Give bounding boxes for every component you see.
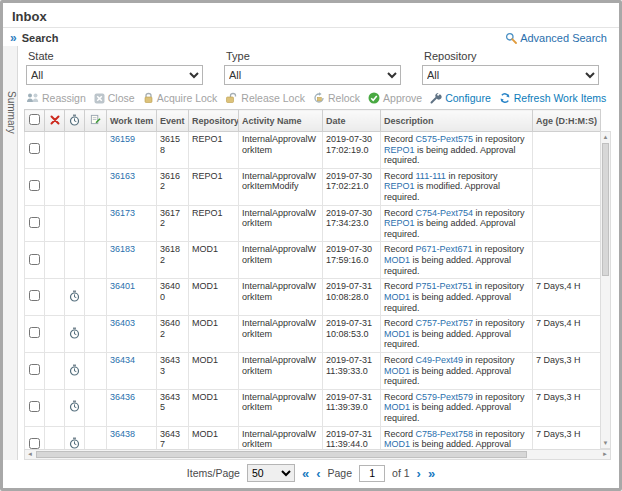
last-page-button[interactable]: » [428, 467, 435, 480]
row-checkbox[interactable] [29, 290, 40, 301]
repository-link[interactable]: MOD1 [384, 292, 410, 302]
edit-column-header [85, 110, 107, 132]
refresh-work-items-button[interactable]: Refresh Work Items [499, 92, 607, 104]
col-activity-name[interactable]: Activity Name [239, 110, 323, 132]
record-link[interactable]: C754-Pext754 [416, 208, 474, 218]
repository-link[interactable]: MOD1 [384, 402, 410, 412]
repository-link[interactable]: REPO1 [384, 218, 415, 228]
horizontal-scroll-thumb[interactable] [36, 451, 527, 458]
acquire-lock-button[interactable]: Acquire Lock [143, 92, 218, 104]
toolbar: Reassign Close Acquire Lock Release Lock… [26, 92, 612, 104]
approve-icon [368, 92, 380, 104]
relock-button[interactable]: Relock [313, 92, 360, 104]
vertical-scrollbar[interactable]: ▲ ▼ [600, 131, 611, 449]
work-item-link[interactable]: 36159 [110, 134, 135, 144]
pagination-bar: Items/Page 50 « ‹ Page of 1 › » [3, 460, 619, 488]
sidebar-tab-summary[interactable]: Summary [3, 46, 18, 460]
col-description[interactable]: Description [381, 110, 533, 132]
repository-label: Repository [424, 50, 599, 62]
close-workitem-icon [94, 93, 105, 104]
timer-icon [69, 327, 80, 339]
timer-column-header [65, 110, 85, 132]
timer-icon [69, 437, 80, 449]
repository-link[interactable]: REPO1 [384, 145, 415, 155]
repository-cell: MOD1 [189, 316, 239, 353]
col-event[interactable]: Event [157, 110, 189, 132]
work-item-cell: 36401 [107, 279, 157, 316]
row-checkbox[interactable] [29, 180, 40, 191]
record-link[interactable]: P751-Pext751 [416, 281, 473, 291]
scroll-down-icon[interactable]: ▼ [601, 438, 610, 448]
repository-link[interactable]: MOD1 [384, 439, 410, 449]
reassign-button[interactable]: Reassign [26, 92, 86, 104]
row-checkbox[interactable] [29, 438, 40, 449]
row-reject-cell [45, 352, 65, 389]
state-select[interactable]: All [26, 65, 203, 85]
scroll-up-icon[interactable]: ▲ [601, 132, 610, 142]
advanced-search-link[interactable]: Advanced Search [505, 32, 607, 44]
record-link[interactable]: 111-111 [416, 171, 446, 181]
repository-link[interactable]: MOD1 [384, 329, 410, 339]
col-work-item[interactable]: Work Item [107, 110, 157, 132]
event-cell: 36433 [157, 352, 189, 389]
search-filters: State All Type All Repository All [26, 50, 612, 85]
row-select-cell [25, 205, 45, 242]
record-link[interactable]: C575-Pext575 [416, 134, 474, 144]
horizontal-scrollbar[interactable]: ◄ ► [24, 449, 611, 460]
work-item-link[interactable]: 36434 [110, 355, 135, 365]
work-item-link[interactable]: 36401 [110, 281, 135, 291]
scroll-left-icon[interactable]: ◄ [25, 450, 35, 459]
col-date[interactable]: Date [323, 110, 381, 132]
work-item-link[interactable]: 36183 [110, 244, 135, 254]
row-checkbox[interactable] [29, 217, 40, 228]
row-checkbox[interactable] [29, 143, 40, 154]
page-number-input[interactable] [359, 465, 385, 482]
row-timer-cell [65, 279, 85, 316]
approve-button[interactable]: Approve [368, 92, 422, 104]
age-cell: 7 Days,4 H [533, 316, 601, 353]
items-per-page-select[interactable]: 50 [247, 464, 295, 482]
work-item-link[interactable]: 36403 [110, 318, 135, 328]
relock-label: Relock [328, 92, 360, 104]
row-reject-cell [45, 242, 65, 279]
repository-link[interactable]: MOD1 [384, 255, 410, 265]
close-button[interactable]: Close [94, 92, 135, 104]
col-age[interactable]: Age (D:H:M:S) [533, 110, 601, 132]
work-item-cell: 36183 [107, 242, 157, 279]
work-item-cell: 36163 [107, 168, 157, 205]
timer-icon [69, 400, 80, 412]
row-checkbox[interactable] [29, 327, 40, 338]
first-page-button[interactable]: « [302, 467, 309, 480]
work-item-link[interactable]: 36163 [110, 171, 135, 181]
date-cell: 2019-07-30 17:34:23.0 [323, 205, 381, 242]
row-checkbox[interactable] [29, 254, 40, 265]
work-item-link[interactable]: 36438 [110, 429, 135, 439]
row-checkbox[interactable] [29, 401, 40, 412]
record-link[interactable]: C49-Pext49 [416, 355, 464, 365]
row-timer-cell [65, 168, 85, 205]
repository-select[interactable]: All [422, 65, 599, 85]
prev-page-button[interactable]: ‹ [316, 467, 320, 480]
work-item-link[interactable]: 36173 [110, 208, 135, 218]
row-timer-cell [65, 352, 85, 389]
work-item-link[interactable]: 36436 [110, 392, 135, 402]
record-link[interactable]: P671-Pext671 [416, 244, 473, 254]
record-link[interactable]: C579-Pext579 [416, 392, 474, 402]
record-link[interactable]: C758-Pext758 [416, 429, 474, 439]
reject-icon [50, 115, 60, 125]
row-edit-cell [85, 316, 107, 353]
record-link[interactable]: C757-Pext757 [416, 318, 474, 328]
configure-button[interactable]: Configure [430, 92, 491, 104]
scroll-right-icon[interactable]: ► [600, 450, 610, 459]
next-page-button[interactable]: › [417, 467, 421, 480]
repository-link[interactable]: REPO1 [384, 181, 415, 191]
release-lock-button[interactable]: Release Lock [225, 92, 305, 104]
row-checkbox[interactable] [29, 364, 40, 375]
repository-link[interactable]: MOD1 [384, 366, 410, 376]
vertical-scroll-thumb[interactable] [602, 143, 609, 276]
select-all-checkbox[interactable] [29, 114, 40, 125]
col-repository[interactable]: Repository [189, 110, 239, 132]
collapse-search-icon[interactable]: » [10, 31, 17, 45]
type-select[interactable]: All [224, 65, 401, 85]
table-row: 3615936158REPO1InternalApprovalWorkItem2… [25, 132, 601, 169]
